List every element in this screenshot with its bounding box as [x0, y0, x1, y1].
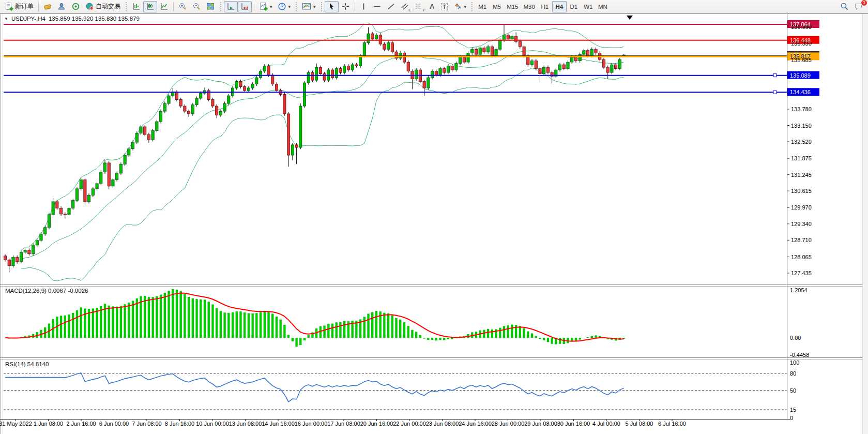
time-tick-label: 6 Jul 16:00	[658, 421, 686, 427]
tile-windows-button[interactable]	[204, 1, 218, 12]
macd-histogram-bar	[491, 330, 493, 338]
time-tick-label: 5 Jul 08:00	[626, 421, 653, 427]
candle-body-bear	[403, 53, 405, 62]
new-order-button[interactable]: 新订单	[2, 1, 36, 12]
time-tick-label: 13 Jun 08:00	[229, 421, 262, 427]
candle-body-bull	[583, 51, 585, 54]
candle-body-bear	[295, 145, 298, 147]
tab-timeframe-m1[interactable]: M1	[475, 1, 490, 12]
time-tick-label: 8 Jun 16:00	[165, 421, 195, 427]
periods-button[interactable]: ▾	[275, 1, 294, 12]
equidistant-channel-button[interactable]: E	[398, 1, 412, 12]
zoom-in-button[interactable]	[176, 1, 190, 12]
candle-body-bear	[463, 57, 465, 62]
indicators-button[interactable]: ▾	[256, 1, 275, 12]
cursor-button[interactable]	[325, 1, 339, 12]
candle-body-bull	[20, 252, 22, 262]
candle-body-bear	[523, 47, 525, 55]
vertical-line-icon	[360, 2, 368, 11]
candle-body-bear	[407, 62, 409, 71]
charts-button[interactable]	[41, 1, 55, 12]
auto-scroll-button[interactable]	[224, 1, 238, 12]
candle-body-bull	[571, 57, 573, 62]
autotrade-icon	[85, 2, 94, 11]
macd-histogram-bar	[112, 306, 114, 338]
tab-timeframe-h1[interactable]: H1	[538, 1, 552, 12]
price-tick-label: 128.710	[791, 237, 812, 243]
candle	[299, 103, 302, 149]
search-button[interactable]	[837, 1, 851, 12]
time-tick-label: 20 Jun 16:00	[360, 421, 393, 427]
fibonacci-button[interactable]: F	[412, 1, 426, 12]
crosshair-button[interactable]	[339, 1, 353, 12]
candle-body-bull	[223, 103, 226, 111]
market-watch-button[interactable]	[55, 1, 69, 12]
arrows-button[interactable]: ▾	[451, 1, 469, 12]
candle-body-bear	[188, 111, 190, 114]
price-tick-label: 127.435	[791, 270, 812, 276]
line-chart-button[interactable]	[157, 1, 171, 12]
macd-histogram-bar	[367, 313, 369, 338]
macd-histogram-bar	[415, 332, 417, 338]
trendline-icon	[387, 2, 395, 11]
candle-body-bull	[96, 184, 98, 189]
horizontal-line-button[interactable]	[370, 1, 384, 12]
macd-histogram-bar	[279, 320, 281, 338]
time-tick-label: 2 Jun 16:00	[66, 421, 96, 427]
tab-timeframe-m15[interactable]: M15	[504, 1, 521, 12]
macd-histogram-bar	[243, 312, 246, 338]
tab-timeframe-w1[interactable]: W1	[581, 1, 596, 12]
chart-canvas[interactable]: 1.20540.00-0.44581008050150136.960136.33…	[0, 0, 868, 434]
window-right-strip	[862, 14, 868, 434]
macd-histogram-bar	[336, 322, 338, 338]
candle-body-bear	[323, 74, 326, 80]
candlestick-chart-button[interactable]	[143, 1, 157, 12]
macd-histogram-bar	[164, 293, 166, 338]
channel-sub-label: E	[408, 8, 411, 12]
macd-histogram-bar	[223, 312, 225, 338]
tab-timeframe-m30[interactable]: M30	[521, 1, 538, 12]
candle-body-bull	[80, 179, 82, 188]
vertical-line-button[interactable]	[357, 1, 370, 12]
toolbar-separator	[355, 2, 355, 11]
macd-histogram-bar	[172, 289, 174, 338]
zoom-out-button[interactable]	[190, 1, 204, 12]
price-level-label: 135.089	[790, 72, 811, 79]
candle	[144, 125, 146, 137]
bar-chart-button[interactable]	[129, 1, 143, 12]
notifications-button[interactable]: 1	[851, 1, 866, 12]
timeframe-label: H1	[541, 4, 549, 10]
macd-histogram-bar	[483, 330, 485, 338]
macd-histogram-bar	[339, 322, 341, 338]
candle	[75, 187, 78, 202]
text-button[interactable]: A	[426, 1, 438, 12]
macd-histogram-bar	[578, 338, 581, 339]
text-label-button[interactable]: T	[438, 1, 451, 12]
rsi-axis-tick: 0	[790, 415, 793, 421]
candle-body-bull	[299, 106, 302, 147]
indicators-icon	[259, 2, 268, 11]
one-click-marker-icon[interactable]: ▼	[4, 17, 8, 21]
candle-body-bull	[255, 78, 258, 84]
chart-shift-button[interactable]	[238, 1, 252, 12]
level-line-handle[interactable]	[773, 74, 776, 77]
candle-body-bear	[379, 35, 382, 44]
macd-histogram-bar	[96, 308, 98, 338]
trendline-button[interactable]	[384, 1, 398, 12]
signals-button[interactable]	[69, 1, 83, 12]
candle	[191, 103, 194, 115]
tab-timeframe-d1[interactable]: D1	[567, 1, 581, 12]
macd-histogram-bar	[551, 338, 553, 344]
tab-timeframe-m5[interactable]: M5	[490, 1, 504, 12]
templates-button[interactable]: ▾	[299, 1, 318, 12]
tab-timeframe-mn[interactable]: MN	[596, 1, 610, 12]
macd-axis-max: 1.2054	[790, 287, 808, 293]
macd-histogram-bar	[251, 313, 253, 338]
macd-histogram-bar	[595, 335, 597, 338]
tab-timeframe-h4[interactable]: H4	[552, 1, 567, 12]
candle-body-bear	[391, 43, 393, 52]
autotrade-button[interactable]: 自动交易	[83, 1, 123, 12]
auto-scroll-icon	[226, 2, 235, 11]
macd-histogram-bar	[68, 315, 70, 338]
level-line-handle[interactable]	[773, 91, 776, 94]
